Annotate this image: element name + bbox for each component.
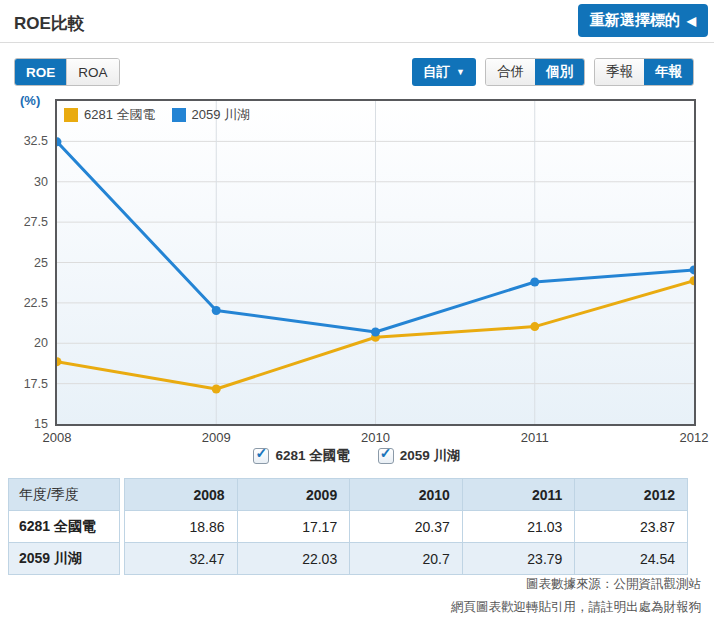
table-cell: 22.03 [237, 543, 350, 575]
table-header-cell: 2011 [462, 479, 575, 511]
y-axis-tick-label: 30 [0, 175, 48, 189]
line-chart-plot-area: 6281 全國電 2059 川湖 [55, 99, 696, 426]
x-axis-tick-label: 2012 [680, 430, 709, 445]
citation-note: 網頁圖表歡迎轉貼引用，請註明出處為財報狗 [451, 596, 701, 619]
y-axis-tick-label: 15 [0, 417, 48, 431]
check-mark-icon: ✓ [380, 445, 392, 461]
report-scope-toggle-group: 合併 個別 [485, 58, 585, 86]
series-swatch-icon [64, 108, 78, 122]
table-cell: 32.47 [125, 543, 238, 575]
roe-line-chart [57, 101, 694, 424]
table-cell: 18.86 [125, 511, 238, 543]
x-axis-tick-label: 2009 [202, 430, 231, 445]
metric-toggle-group: ROE ROA [14, 58, 120, 86]
y-axis-tick-label: 25 [0, 256, 48, 270]
series-toggle-row: ✓ 6281 全國電 ✓ 2059 川湖 [0, 447, 714, 465]
tab-roa[interactable]: ROA [66, 59, 118, 85]
chevron-down-icon: ▼ [456, 67, 465, 77]
table-cell: 24.54 [575, 543, 688, 575]
legend-label: 2059 川湖 [192, 106, 251, 124]
reselect-target-button[interactable]: 重新選擇標的 ◀ [578, 4, 708, 37]
page-title: ROE比較 [14, 12, 85, 35]
data-table-row-labels: 年度/季度6281 全國電2059 川湖 [8, 478, 120, 575]
x-axis-tick-label: 2011 [521, 430, 549, 445]
table-cell: 17.17 [237, 511, 350, 543]
table-row: 6281 全國電 [9, 511, 120, 543]
legend-item: 6281 全國電 [64, 106, 156, 124]
series-swatch-icon [172, 108, 186, 122]
custom-range-label: 自訂 [423, 63, 450, 81]
table-header-cell: 2010 [350, 479, 463, 511]
page-header: ROE比較 重新選擇標的 ◀ [0, 0, 714, 43]
legend-label: 6281 全國電 [84, 106, 156, 124]
series-toggle[interactable]: ✓ 2059 川湖 [378, 447, 461, 465]
chart-options-toolbar: 自訂 ▼ 合併 個別 季報 年報 [412, 58, 694, 86]
y-axis-tick-label: 22.5 [0, 296, 48, 310]
table-cell: 23.79 [462, 543, 575, 575]
y-axis-tick-label: 32.5 [0, 134, 48, 148]
table-row-label: 2059 川湖 [9, 543, 120, 575]
report-period-toggle-group: 季報 年報 [594, 58, 694, 86]
y-axis-tick-label: 20 [0, 336, 48, 350]
table-cell: 20.7 [350, 543, 463, 575]
series-toggle-label: 2059 川湖 [400, 447, 461, 465]
tab-yearly[interactable]: 年報 [644, 59, 693, 85]
custom-range-dropdown-button[interactable]: 自訂 ▼ [412, 58, 476, 86]
table-cell: 20.37 [350, 511, 463, 543]
tab-roe[interactable]: ROE [15, 59, 66, 85]
legend-item: 2059 川湖 [172, 106, 251, 124]
check-mark-icon: ✓ [255, 445, 267, 461]
y-axis-tick-label: 17.5 [0, 377, 48, 391]
table-cell: 23.87 [575, 511, 688, 543]
x-axis-tick-label: 2010 [361, 430, 390, 445]
table-header-cell: 2008 [125, 479, 238, 511]
table-row: 2059 川湖 [9, 543, 120, 575]
tab-consolidated[interactable]: 合併 [486, 59, 535, 85]
chart-legend: 6281 全國電 2059 川湖 [64, 106, 250, 124]
y-axis-tick-label: 27.5 [0, 215, 48, 229]
y-axis-unit-label: (%) [20, 93, 40, 108]
table-header-cell: 2012 [575, 479, 688, 511]
table-row: 18.8617.1720.3721.0323.87 [125, 511, 688, 543]
table-row: 32.4722.0320.723.7924.54 [125, 543, 688, 575]
x-axis-tick-label: 2008 [43, 430, 72, 445]
left-arrow-icon: ◀ [687, 14, 696, 28]
table-header-row: 20082009201020112012 [125, 479, 688, 511]
series-toggle-label: 6281 全國電 [275, 447, 349, 465]
data-table-values: 2008200920102011201218.8617.1720.3721.03… [124, 478, 688, 575]
tab-individual[interactable]: 個別 [535, 59, 584, 85]
table-row-label: 6281 全國電 [9, 511, 120, 543]
tab-quarterly[interactable]: 季報 [595, 59, 644, 85]
table-header-cell: 2009 [237, 479, 350, 511]
series-toggle[interactable]: ✓ 6281 全國電 [253, 447, 349, 465]
checkbox-checked-icon[interactable]: ✓ [253, 448, 269, 464]
table-row: 年度/季度 [9, 479, 120, 511]
data-source-note: 圖表數據來源：公開資訊觀測站 [451, 573, 701, 596]
table-cell: 21.03 [462, 511, 575, 543]
reselect-target-label: 重新選擇標的 [590, 11, 680, 30]
roe-comparison-page: ROE比較 重新選擇標的 ◀ ROE ROA 自訂 ▼ 合併 個別 季報 年報 … [0, 0, 714, 627]
chart-footnote: 圖表數據來源：公開資訊觀測站 網頁圖表歡迎轉貼引用，請註明出處為財報狗 [451, 573, 701, 619]
checkbox-checked-icon[interactable]: ✓ [378, 448, 394, 464]
table-corner-cell: 年度/季度 [9, 479, 120, 511]
